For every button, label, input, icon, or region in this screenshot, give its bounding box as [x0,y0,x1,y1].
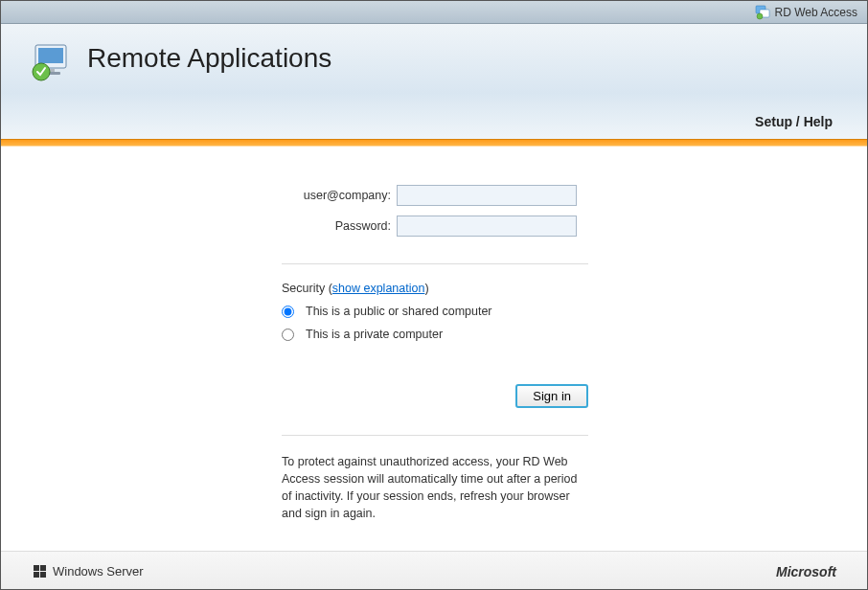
svg-rect-8 [34,565,39,571]
svg-rect-4 [38,48,63,63]
public-computer-option[interactable]: This is a public or shared computer [282,305,588,318]
divider [282,263,588,264]
password-label: Password: [282,219,397,233]
content-area: user@company: Password: Security (show e… [1,147,868,523]
password-input[interactable] [397,216,577,237]
svg-point-2 [757,13,763,19]
rd-access-icon [755,5,770,20]
header: Remote Applications Setup / Help [1,24,868,139]
private-radio-label: This is a private computer [306,328,443,341]
setup-help-link[interactable]: Setup / Help [755,114,833,129]
accent-bar [1,139,868,147]
show-explanation-link[interactable]: show explanation [332,282,425,295]
svg-rect-10 [34,572,39,578]
monitor-icon [30,43,76,83]
footer-left-text: Windows Server [53,564,144,579]
security-label: Security (show explanation) [282,282,588,295]
footer: Windows Server Microsoft [1,551,868,590]
footer-right-text: Microsoft [776,564,836,579]
divider [282,435,588,436]
svg-rect-9 [40,565,46,571]
private-computer-option[interactable]: This is a private computer [282,328,588,341]
topbar: RD Web Access [1,1,868,24]
signin-button[interactable]: Sign in [515,384,588,408]
windows-icon [34,565,47,579]
password-row: Password: [282,216,588,237]
page-title: Remote Applications [87,43,331,74]
public-radio[interactable] [282,306,294,318]
topbar-label: RD Web Access [775,6,857,19]
username-input[interactable] [397,185,577,206]
username-label: user@company: [282,189,397,202]
private-radio[interactable] [282,329,294,341]
svg-rect-11 [40,572,46,578]
footer-left: Windows Server [34,564,144,579]
public-radio-label: This is a public or shared computer [306,305,492,318]
username-row: user@company: [282,185,588,206]
timeout-notice: To protect against unauthorized access, … [282,453,588,523]
